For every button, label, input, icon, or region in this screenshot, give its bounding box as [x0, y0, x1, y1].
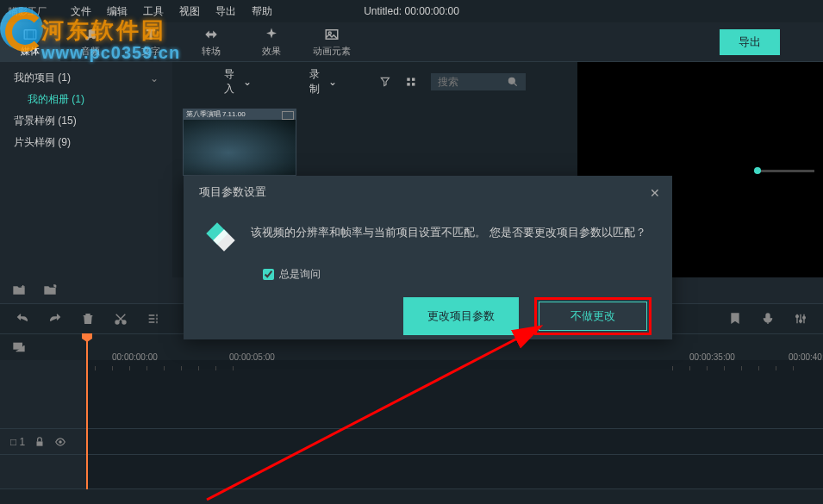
text-icon [143, 27, 159, 42]
search-input[interactable] [431, 73, 526, 90]
export-button[interactable]: 导出 [720, 29, 780, 55]
sidebar-item-album[interactable]: 我的相册 (1) [0, 89, 172, 110]
tab-transition[interactable]: 转场 [181, 22, 241, 61]
tab-effects[interactable]: 效果 [241, 22, 302, 61]
menu-tool[interactable]: 工具 [143, 4, 164, 19]
svg-point-18 [59, 440, 63, 444]
folder-add-icon[interactable] [12, 283, 26, 297]
svg-point-14 [800, 320, 802, 322]
search-icon [507, 76, 519, 88]
menu-file[interactable]: 文件 [71, 4, 91, 19]
image-icon [324, 27, 340, 42]
svg-point-9 [508, 78, 514, 84]
chevron-down-icon: ⌄ [328, 76, 337, 88]
svg-rect-0 [24, 29, 36, 39]
svg-point-13 [796, 315, 799, 318]
layers-icon[interactable] [12, 340, 26, 354]
app-title: 喵影工厂 [9, 5, 47, 18]
tab-audio[interactable]: 音频 [60, 22, 121, 61]
grid-icon[interactable] [405, 75, 417, 89]
dialog-message: 该视频的分辨率和帧率与当前项目设置不匹配。 您是否要更改项目参数以匹配？ [251, 222, 650, 250]
svg-rect-6 [412, 78, 415, 80]
settings-icon[interactable] [147, 312, 160, 326]
svg-rect-17 [37, 441, 43, 445]
transition-icon [203, 27, 219, 42]
folder-export-icon[interactable] [43, 283, 57, 297]
dialog-title: 项目参数设置 [199, 185, 266, 198]
no-change-button[interactable]: 不做更改 [539, 302, 647, 331]
module-tabs: 媒体 音频 文字 转场 效果 动画元素 导出 [0, 22, 823, 62]
sidebar-item-bg-sample[interactable]: 背景样例 (15) [0, 110, 172, 132]
svg-rect-7 [407, 83, 409, 85]
filmora-logo-icon [206, 222, 234, 250]
film-icon [282, 111, 294, 120]
menu-view[interactable]: 视图 [179, 4, 200, 19]
mic-icon[interactable] [761, 312, 775, 326]
svg-point-15 [803, 316, 806, 319]
project-title: Untitled: 00:00:00:00 [364, 5, 459, 17]
import-dropdown[interactable]: 导入 ⌄ [224, 67, 253, 96]
chevron-down-icon: ⌄ [243, 76, 252, 88]
sidebar: 我的项目 (1) ⌄ 我的相册 (1) 背景样例 (15) 片头样例 (9) [0, 62, 172, 277]
lock-icon[interactable] [34, 436, 46, 448]
redo-icon[interactable] [48, 312, 62, 326]
volume-slider[interactable] [754, 170, 814, 172]
timeline: 00:00:00:00 00:00:05:00 00:00:35:00 00:0… [0, 334, 823, 489]
close-icon[interactable]: ✕ [650, 186, 660, 200]
track-label-row[interactable]: □ 1 [0, 429, 823, 455]
filter-icon[interactable] [379, 75, 391, 89]
audio-track[interactable] [0, 455, 823, 489]
svg-point-2 [92, 34, 97, 39]
mixer-icon[interactable] [794, 312, 807, 326]
project-settings-dialog: 项目参数设置 ✕ 该视频的分辨率和帧率与当前项目设置不匹配。 您是否要更改项目参… [184, 176, 672, 339]
tab-animation[interactable]: 动画元素 [302, 22, 362, 61]
menu-export[interactable]: 导出 [215, 4, 236, 19]
svg-rect-8 [412, 83, 415, 85]
change-params-button[interactable]: 更改项目参数 [403, 297, 519, 335]
eye-icon[interactable] [54, 436, 66, 448]
sparkle-icon [264, 27, 279, 42]
media-thumbnail[interactable]: 第八季演唱 7.11.00 [183, 109, 296, 176]
svg-rect-5 [407, 78, 409, 80]
sidebar-item-project[interactable]: 我的项目 (1) ⌄ [0, 67, 172, 89]
media-toolbar: 导入 ⌄ 录制 ⌄ [172, 62, 577, 102]
trash-icon[interactable] [81, 312, 95, 326]
menu-bar: 喵影工厂 文件 编辑 工具 视图 导出 帮助 Untitled: 00:00:0… [0, 0, 823, 22]
svg-point-1 [85, 36, 90, 40]
marker-icon[interactable] [728, 312, 742, 326]
sidebar-item-intro-sample[interactable]: 片头样例 (9) [0, 132, 172, 153]
undo-icon[interactable] [16, 312, 29, 326]
menu-help[interactable]: 帮助 [252, 4, 272, 19]
chevron-down-icon: ⌄ [150, 72, 159, 84]
record-dropdown[interactable]: 录制 ⌄ [309, 67, 338, 96]
cut-icon[interactable] [114, 312, 128, 326]
tab-text[interactable]: 文字 [121, 22, 181, 61]
menu-edit[interactable]: 编辑 [107, 4, 128, 19]
playhead[interactable] [86, 334, 88, 489]
media-icon [22, 27, 38, 42]
always-ask-checkbox[interactable]: 总是询问 [184, 264, 672, 285]
highlight-box: 不做更改 [534, 297, 652, 335]
tab-media[interactable]: 媒体 [0, 22, 60, 61]
music-icon [83, 27, 98, 42]
